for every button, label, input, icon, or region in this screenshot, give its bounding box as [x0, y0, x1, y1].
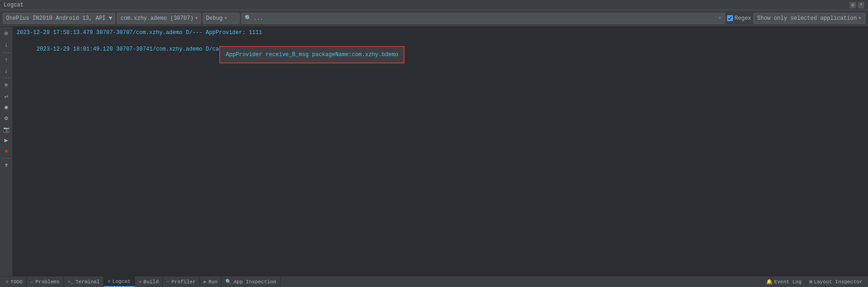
event-log-btn[interactable]: 🔔 Event Log [762, 279, 805, 285]
run-tab[interactable]: ▶ Run [200, 276, 222, 287]
logcat-tab[interactable]: ≡ Logcat [104, 276, 135, 287]
package-dropdown[interactable]: com.xzhy.ademo (30707) ▼ [117, 13, 201, 24]
problems-icon: ⚠ [30, 279, 34, 285]
log-line-2-prefix: 2023-12-29 18:01:49.120 30707-30741/com.… [36, 46, 242, 52]
profiler-label: Profiler [171, 279, 196, 285]
show-only-label: Show only selected application [757, 15, 857, 22]
level-label: Debug [206, 15, 223, 22]
logcat-label: Logcat [112, 279, 131, 284]
todo-icon: ≡ [6, 279, 9, 285]
title-bar: Logcat ⚙ × [0, 0, 868, 10]
event-log-label: Event Log [774, 279, 801, 285]
search-clear-icon[interactable]: × [718, 15, 721, 22]
layout-inspector-label: Layout Inspector [814, 279, 862, 285]
up-arrow-btn[interactable]: ↑ [1, 55, 12, 65]
problems-label: Problems [35, 279, 60, 285]
profiler-tab[interactable]: ~ Profiler [163, 276, 199, 287]
app-inspection-icon: 🔍 [225, 279, 232, 285]
scroll-end-btn[interactable]: ↓ [1, 40, 12, 50]
regex-label: Regex [735, 15, 751, 22]
regex-checkbox-input[interactable] [727, 15, 733, 21]
help-btn[interactable]: ? [1, 161, 12, 171]
down-arrow-btn[interactable]: ↓ [1, 66, 12, 76]
build-tab[interactable]: ⚒ Build [135, 276, 163, 287]
record-btn[interactable]: ▶ [1, 135, 12, 145]
app-title: Logcat [4, 2, 23, 8]
problems-tab[interactable]: ⚠ Problems [27, 276, 64, 287]
separator-2 [2, 78, 11, 78]
build-icon: ⚒ [139, 279, 142, 285]
android-btn[interactable]: ◉ [1, 102, 12, 112]
screenshot-btn[interactable]: 📷 [1, 124, 12, 134]
close-title-btn[interactable]: × [858, 2, 864, 8]
todo-tab[interactable]: ≡ TODO [2, 276, 27, 287]
log-tooltip: AppProvider receive_B_msg packageName:co… [219, 46, 405, 63]
main-area: ⊘ ↓ ↑ ↓ ≡ ↵ ◉ ⚙ 📷 ▶ ■ ? 2023-12-29 17:58… [0, 27, 868, 276]
device-label: OnePlus IN2010 Android 13, API ▼ [6, 15, 112, 22]
device-dropdown[interactable]: OnePlus IN2010 Android 13, API ▼ [3, 13, 115, 24]
regex-checkbox-label[interactable]: Regex [727, 15, 751, 22]
show-only-button[interactable]: Show only selected application ▼ [753, 13, 865, 24]
stop-btn[interactable]: ■ [1, 146, 12, 156]
title-bar-left: Logcat [4, 2, 23, 8]
search-icon: 🔍 [245, 15, 252, 22]
left-toolbar: ⊘ ↓ ↑ ↓ ≡ ↵ ◉ ⚙ 📷 ▶ ■ ? [0, 27, 13, 276]
run-label: Run [208, 279, 217, 285]
build-label: Build [143, 279, 158, 285]
show-only-arrow: ▼ [859, 16, 861, 21]
profiler-icon: ~ [166, 279, 170, 285]
settings-btn[interactable]: ⚙ [1, 113, 12, 123]
search-input[interactable] [253, 15, 716, 22]
wrap-btn[interactable]: ↵ [1, 91, 12, 101]
layout-inspector-icon: ⊞ [809, 279, 813, 285]
level-dropdown[interactable]: Debug ▼ [203, 13, 240, 24]
terminal-tab[interactable]: >_ Terminal [64, 276, 104, 287]
event-log-icon: 🔔 [766, 279, 773, 285]
app-inspection-label: App Inspection [234, 279, 276, 285]
todo-label: TODO [11, 279, 23, 285]
log-line-1: 2023-12-29 17:58:13.479 30707-30707/com.… [17, 29, 864, 37]
terminal-icon: >_ [67, 279, 73, 285]
package-dropdown-arrow: ▼ [195, 16, 198, 21]
level-dropdown-arrow: ▼ [224, 16, 227, 21]
title-bar-right: ⚙ × [850, 2, 864, 8]
toolbar: OnePlus IN2010 Android 13, API ▼ com.xzh… [0, 10, 868, 27]
search-wrapper: 🔍 × [241, 13, 725, 24]
separator-1 [2, 52, 11, 53]
separator-3 [2, 158, 11, 159]
filter-btn[interactable]: ≡ [1, 80, 12, 90]
status-bar: ≡ TODO ⚠ Problems >_ Terminal ≡ Logcat ⚒… [0, 276, 868, 287]
settings-title-btn[interactable]: ⚙ [850, 2, 856, 8]
layout-inspector-btn[interactable]: ⊞ Layout Inspector [805, 279, 866, 285]
log-content[interactable]: 2023-12-29 17:58:13.479 30707-30707/com.… [13, 27, 868, 276]
clear-logcat-btn[interactable]: ⊘ [1, 29, 12, 39]
app-inspection-tab[interactable]: 🔍 App Inspection [222, 276, 280, 287]
run-icon: ▶ [204, 279, 207, 285]
package-label: com.xzhy.ademo (30707) [120, 15, 193, 22]
terminal-label: Terminal [76, 279, 100, 285]
status-right: 🔔 Event Log ⊞ Layout Inspector [762, 279, 866, 285]
log-line-2: 2023-12-29 18:01:49.120 30707-30741/com.… [17, 37, 864, 70]
logcat-icon: ≡ [107, 279, 111, 284]
